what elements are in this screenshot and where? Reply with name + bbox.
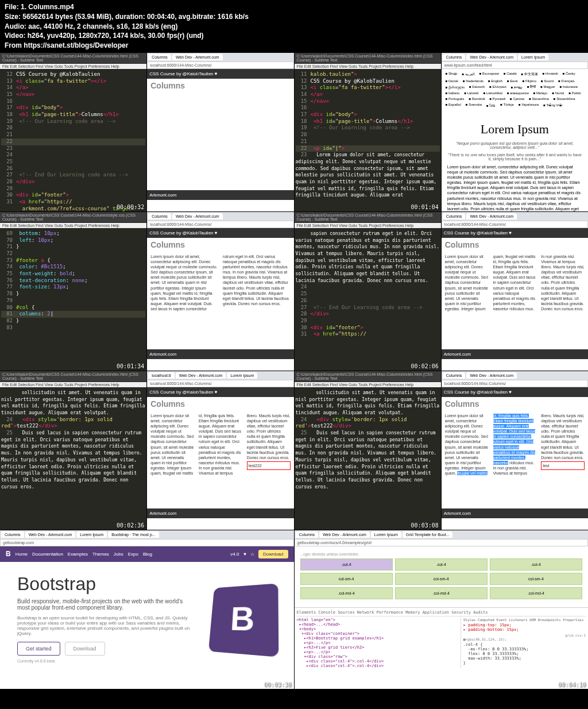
lang-flag[interactable]: ■ Română [467, 97, 486, 101]
menu-bar[interactable]: File Edit Selection Find View Goto Tools… [295, 223, 441, 228]
page-footer[interactable]: Arkmont.com [442, 349, 588, 359]
bootstrap-nav[interactable]: B HomeDocumentationExamplesThemesJobsExp… [0, 546, 294, 562]
download-button[interactable]: Download [258, 550, 288, 558]
download-button[interactable]: Download [65, 642, 105, 656]
browser-tabs[interactable]: ColumnsWeb Dev - Arkmont.com [442, 371, 588, 380]
tab[interactable]: Columns [443, 54, 466, 60]
lang-flag[interactable]: ■ Norsk [550, 91, 566, 95]
lang-flag[interactable]: ■ Eesti [505, 79, 520, 83]
lang-flag[interactable]: ■ Shqip [444, 71, 459, 78]
lang-flag[interactable]: ■ Español [444, 102, 463, 109]
css-source[interactable]: grid.css:1 [463, 633, 586, 637]
tab[interactable]: Columns [443, 372, 466, 379]
tab[interactable]: Web Dev - Arkmont.com [466, 54, 517, 60]
styles-tabs[interactable]: Styles Computed Event Listeners DOM Brea… [463, 618, 586, 622]
page-footer[interactable]: Arkmont.com [147, 508, 293, 518]
lang-flag[interactable]: ■ Polski [567, 91, 582, 95]
address-bar[interactable]: getbootstrap.com/docs/4.0/examples/grid/ [295, 539, 589, 546]
tab[interactable]: Web Dev - Arkmont.com [466, 213, 517, 219]
address-bar[interactable]: localhost:8000/144-Misc-Columns/ [147, 380, 293, 387]
lang-flag[interactable]: ■ Српски [508, 97, 526, 101]
lang-flag[interactable]: ■ Türkçe [498, 102, 516, 109]
tab[interactable]: Columns [443, 213, 466, 219]
tab[interactable]: Web Dev - Arkmont.com [172, 213, 223, 219]
tab[interactable]: Columns [148, 213, 171, 219]
bootstrap-logo-icon[interactable]: B [6, 550, 11, 558]
browser-tabs[interactable]: ColumnsWeb Dev - Arkmont.comLorem IpsumG… [295, 530, 589, 539]
version-dropdown[interactable]: v4.0 [230, 552, 239, 557]
lang-flag[interactable]: ■ Български [478, 71, 501, 78]
lang-flag[interactable]: ■ Italiano [444, 91, 462, 95]
browser-tabs[interactable]: ColumnsWeb Dev - Arkmont.com [147, 53, 293, 61]
code-editor[interactable]: 12CSS Course by @KalobTaulien 13<i class… [0, 69, 146, 211]
tab[interactable]: Grid Template for Boot... [403, 531, 453, 538]
lang-flag[interactable]: ■ Latviski [462, 91, 480, 95]
lang-flag[interactable]: ■ Lietuviškai [482, 91, 504, 95]
tab[interactable]: Lorem Ipsum [371, 531, 401, 538]
lang-flag[interactable]: ■ Svenska [464, 102, 483, 109]
devtools-tabs[interactable]: Elements Console Sources Network Perform… [297, 610, 586, 616]
tab[interactable]: Bootstrap · The most p... [108, 531, 159, 538]
tab[interactable]: Web Dev - Arkmont.com [319, 531, 370, 538]
address-bar[interactable]: localhost:8000/144-Misc-Columns/ [147, 221, 293, 228]
lang-flag[interactable]: ■ Česky [561, 71, 577, 78]
address-bar[interactable]: localhost:8000/144-Misc-Columns/ [147, 61, 293, 69]
code-editor[interactable]: 69 bottom: 10px; 70 left: 10px; 71} 72 7… [0, 228, 146, 371]
lang-flag[interactable]: ■ English [486, 79, 504, 83]
nav-link[interactable]: Jobs [114, 552, 123, 557]
lang-flag[interactable]: ■ Português [444, 97, 466, 101]
tab[interactable]: Lorem Ipsum [518, 54, 548, 60]
lang-flag[interactable]: ■ العربية [460, 71, 476, 78]
nav-link[interactable]: Expo [128, 552, 138, 557]
lang-flag[interactable]: ■ Hrvatski [541, 71, 560, 78]
lang-flag[interactable]: ■ Українська [517, 102, 540, 109]
lang-flag[interactable]: ■ Deutsch [467, 84, 486, 90]
browser-tabs[interactable]: localhost:8Web Dev - Arkmont.comLorem Ip… [147, 371, 293, 380]
menu-bar[interactable]: File Edit Selection Find View Goto Tools… [0, 64, 146, 69]
lang-flag[interactable]: ■ Dansk [444, 79, 460, 83]
nav-link[interactable]: Documentation [32, 552, 63, 557]
lang-flag[interactable]: ■ ქართული [444, 84, 466, 90]
tab[interactable]: Web Dev - Arkmont.com [466, 372, 517, 379]
lang-flag[interactable]: ■ Melayu [532, 91, 550, 95]
address-bar[interactable]: localhost:8000/144-Misc-Columns/ [442, 380, 588, 387]
elements-tree[interactable]: <html lang="en"> ▸<head>...</head> ▾<bod… [297, 618, 456, 668]
lang-flag[interactable]: ■ Indonesia [558, 84, 579, 90]
nav-link[interactable]: Examples [68, 552, 88, 557]
twitter-icon[interactable]: ♥ [243, 552, 246, 557]
lang-flag[interactable]: ■ Français [556, 79, 576, 83]
tab[interactable]: Columns [296, 531, 319, 538]
lang-flag[interactable]: ■ 中文简体 [520, 71, 540, 78]
language-selector[interactable]: ■ Shqip■ العربية■ Български■ Català■ 中文简… [442, 69, 588, 111]
lang-flag[interactable]: ■ Slovenčina [527, 97, 551, 101]
tab[interactable]: Web Dev - Arkmont.com [176, 372, 226, 379]
tab[interactable]: Web Dev - Arkmont.com [172, 54, 223, 60]
code-editor[interactable]: 11kalob.taulien"> 12CSS Course by @Kalob… [295, 69, 441, 211]
nav-link[interactable]: Themes [92, 552, 109, 557]
lang-flag[interactable]: ■ Pyccкий [488, 97, 507, 101]
menu-bar[interactable]: File Edit Selection Find View Goto Tools… [0, 223, 146, 228]
lang-flag[interactable]: ■ עברית [509, 84, 524, 90]
tab[interactable]: Lorem Ipsum [76, 531, 107, 538]
address-bar[interactable]: www.lipsum.com/feed/html [442, 61, 588, 69]
lang-flag[interactable]: ■ Slovenščina [552, 97, 577, 101]
page-footer[interactable]: Arkmont.com [147, 349, 293, 359]
code-editor[interactable]: sollicitudin sit amet. Ut venenatis quam… [0, 387, 146, 530]
devtools-panel[interactable]: Elements Console Sources Network Perform… [295, 607, 589, 687]
code-editor[interactable]: sapien consectetur rutrum eget in elit. … [295, 228, 441, 371]
nav-link[interactable]: Home [16, 552, 28, 557]
nav-link[interactable]: Blog [143, 552, 152, 557]
lang-flag[interactable]: ■ Suomi [539, 79, 555, 83]
menu-bar[interactable]: File Edit Selection Find View Goto Tools… [295, 382, 441, 387]
tab[interactable]: Columns [1, 531, 24, 538]
browser-tabs[interactable]: ColumnsWeb Dev - Arkmont.comLorem IpsumB… [0, 530, 294, 539]
browser-tabs[interactable]: ColumnsWeb Dev - Arkmont.comLorem Ipsum [442, 53, 588, 61]
lang-flag[interactable]: ■ Filipino [521, 79, 538, 83]
lang-flag[interactable]: ■ Ελληνικά [488, 84, 508, 90]
css-rule[interactable]: ▸ padding-top: 15px; ▸ padding-bottom: 1… [463, 623, 586, 632]
address-bar[interactable]: localhost:8000/144-Misc-Columns/ [442, 221, 588, 228]
css-rule[interactable]: .col-4 { -ms-flex: 0 0 33.333333%; flex:… [463, 642, 586, 665]
address-bar[interactable]: getbootstrap.com [0, 539, 294, 546]
lang-flag[interactable]: ■ Català [502, 71, 519, 78]
lang-flag[interactable]: ■ македонски [505, 91, 531, 95]
